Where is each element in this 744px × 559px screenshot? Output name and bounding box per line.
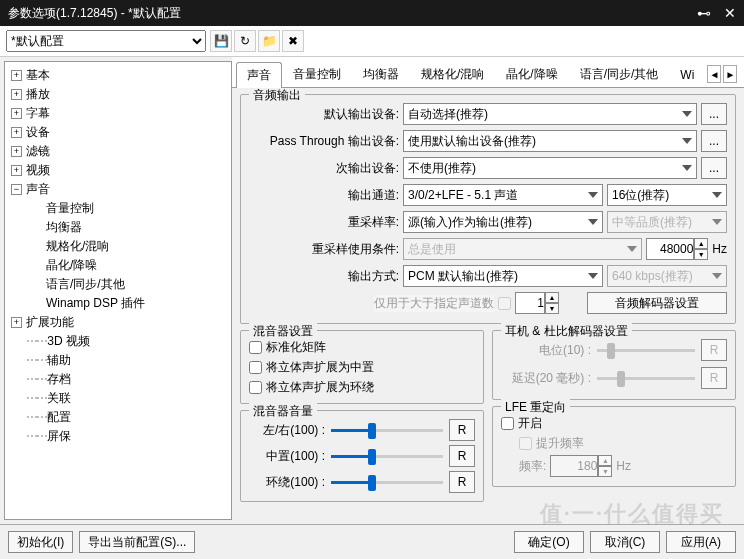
profile-select[interactable]: *默认配置 xyxy=(6,30,206,52)
expand-icon[interactable]: + xyxy=(11,146,22,157)
potential-slider xyxy=(597,341,695,359)
decoder-settings-button[interactable]: 音频解码器设置 xyxy=(587,292,727,314)
default-device-more[interactable]: ... xyxy=(701,103,727,125)
window-title: 参数选项(1.7.12845) - *默认配置 xyxy=(8,5,181,22)
titlebar: 参数选项(1.7.12845) - *默认配置 ⊷ ✕ xyxy=(0,0,744,26)
tree-item[interactable]: 存档 xyxy=(7,370,229,389)
window-controls: ⊷ ✕ xyxy=(687,5,736,21)
limit-spin[interactable]: ▲▼ xyxy=(515,292,559,314)
mixer-volume-group: 混音器音量 左/右(100) : R 中置(100) : R 环绕(100) :… xyxy=(240,410,484,502)
tree-item[interactable]: −声音 xyxy=(7,180,229,199)
close-icon[interactable]: ✕ xyxy=(724,5,736,21)
tree-item[interactable]: 关联 xyxy=(7,389,229,408)
lfe-enable-check[interactable]: 开启 xyxy=(501,415,727,432)
save-icon[interactable]: 💾 xyxy=(210,30,232,52)
audio-output-group: 音频输出 默认输出设备: 自动选择(推荐) ... Pass Through 输… xyxy=(240,94,736,324)
center-reset[interactable]: R xyxy=(449,445,475,467)
expand-icon[interactable]: + xyxy=(11,70,22,81)
limit-check xyxy=(498,297,511,310)
surround-slider[interactable] xyxy=(331,473,443,491)
bitdepth-select[interactable]: 16位(推荐) xyxy=(607,184,727,206)
tab-scroll-icon[interactable]: ► xyxy=(723,65,737,83)
default-device-select[interactable]: 自动选择(推荐) xyxy=(403,103,697,125)
expand-icon[interactable]: + xyxy=(11,108,22,119)
cancel-button[interactable]: 取消(C) xyxy=(590,531,660,553)
tree-item[interactable]: +播放 xyxy=(7,85,229,104)
tab[interactable]: 音量控制 xyxy=(282,61,352,87)
init-button[interactable]: 初始化(I) xyxy=(8,531,73,553)
freq-spin: ▲▼ xyxy=(550,455,612,477)
resample-quality-select: 中等品质(推荐) xyxy=(607,211,727,233)
mixer-group: 混音器设置 标准化矩阵 将立体声扩展为中置 将立体声扩展为环绕 xyxy=(240,330,484,404)
lfe-boost-check: 提升频率 xyxy=(501,435,727,452)
export-button[interactable]: 导出当前配置(S)... xyxy=(79,531,195,553)
tree-item[interactable]: 配置 xyxy=(7,408,229,427)
tree-item[interactable]: 音量控制 xyxy=(7,199,229,218)
resample-hz-spin[interactable]: ▲▼ xyxy=(646,238,708,260)
headphone-group: 耳机 & 杜比解码器设置 电位(10) : R 延迟(20 毫秒) : R xyxy=(492,330,736,400)
tab[interactable]: Wi xyxy=(669,63,705,86)
secondary-more[interactable]: ... xyxy=(701,157,727,179)
delete-icon[interactable]: ✖ xyxy=(282,30,304,52)
tabs: 声音音量控制均衡器规格化/混响晶化/降噪语言/同步/其他Wi◄► xyxy=(232,57,744,88)
lr-reset[interactable]: R xyxy=(449,419,475,441)
tree-item[interactable]: +滤镜 xyxy=(7,142,229,161)
potential-reset: R xyxy=(701,339,727,361)
normalize-check[interactable]: 标准化矩阵 xyxy=(249,339,475,356)
tree-item[interactable]: +视频 xyxy=(7,161,229,180)
tab[interactable]: 均衡器 xyxy=(352,61,410,87)
tree-item[interactable]: 晶化/降噪 xyxy=(7,256,229,275)
content-panel: 音频输出 默认输出设备: 自动选择(推荐) ... Pass Through 输… xyxy=(232,88,744,524)
tab[interactable]: 规格化/混响 xyxy=(410,61,495,87)
pin-icon[interactable]: ⊷ xyxy=(697,5,711,21)
passthrough-more[interactable]: ... xyxy=(701,130,727,152)
output-mode-select[interactable]: PCM 默认输出(推荐) xyxy=(403,265,603,287)
collapse-icon[interactable]: − xyxy=(11,184,22,195)
tab[interactable]: 语言/同步/其他 xyxy=(569,61,670,87)
toolbar: *默认配置 💾 ↻ 📁 ✖ xyxy=(0,26,744,57)
expand-surround-check[interactable]: 将立体声扩展为环绕 xyxy=(249,379,475,396)
tree-item[interactable]: 3D 视频 xyxy=(7,332,229,351)
tree-item[interactable]: +扩展功能 xyxy=(7,313,229,332)
channel-select[interactable]: 3/0/2+LFE - 5.1 声道 xyxy=(403,184,603,206)
tree-item[interactable]: +基本 xyxy=(7,66,229,85)
tab-scroll-icon[interactable]: ◄ xyxy=(707,65,721,83)
lr-slider[interactable] xyxy=(331,421,443,439)
tab[interactable]: 声音 xyxy=(236,62,282,88)
refresh-icon[interactable]: ↻ xyxy=(234,30,256,52)
tree-item[interactable]: 屏保 xyxy=(7,427,229,446)
bitrate-select: 640 kbps(推荐) xyxy=(607,265,727,287)
tab[interactable]: 晶化/降噪 xyxy=(495,61,568,87)
footer: 初始化(I) 导出当前配置(S)... 确定(O) 取消(C) 应用(A) xyxy=(0,524,744,559)
expand-icon[interactable]: + xyxy=(11,317,22,328)
tree-item[interactable]: 规格化/混响 xyxy=(7,237,229,256)
tree-item[interactable]: 语言/同步/其他 xyxy=(7,275,229,294)
expand-icon[interactable]: + xyxy=(11,165,22,176)
passthrough-select[interactable]: 使用默认输出设备(推荐) xyxy=(403,130,697,152)
delay-slider xyxy=(597,369,695,387)
lfe-group: LFE 重定向 开启 提升频率 频率: ▲▼ Hz xyxy=(492,406,736,487)
resample-cond-select: 总是使用 xyxy=(403,238,642,260)
secondary-select[interactable]: 不使用(推荐) xyxy=(403,157,697,179)
tree-nav[interactable]: +基本+播放+字幕+设备+滤镜+视频−声音音量控制均衡器规格化/混响晶化/降噪语… xyxy=(4,61,232,520)
tree-item[interactable]: 辅助 xyxy=(7,351,229,370)
delay-reset: R xyxy=(701,367,727,389)
tree-item[interactable]: +设备 xyxy=(7,123,229,142)
expand-center-check[interactable]: 将立体声扩展为中置 xyxy=(249,359,475,376)
ok-button[interactable]: 确定(O) xyxy=(514,531,584,553)
expand-icon[interactable]: + xyxy=(11,127,22,138)
center-slider[interactable] xyxy=(331,447,443,465)
tree-item[interactable]: +字幕 xyxy=(7,104,229,123)
expand-icon[interactable]: + xyxy=(11,89,22,100)
surround-reset[interactable]: R xyxy=(449,471,475,493)
folder-icon[interactable]: 📁 xyxy=(258,30,280,52)
tree-item[interactable]: Winamp DSP 插件 xyxy=(7,294,229,313)
resample-select[interactable]: 源(输入)作为输出(推荐) xyxy=(403,211,603,233)
tree-item[interactable]: 均衡器 xyxy=(7,218,229,237)
apply-button[interactable]: 应用(A) xyxy=(666,531,736,553)
